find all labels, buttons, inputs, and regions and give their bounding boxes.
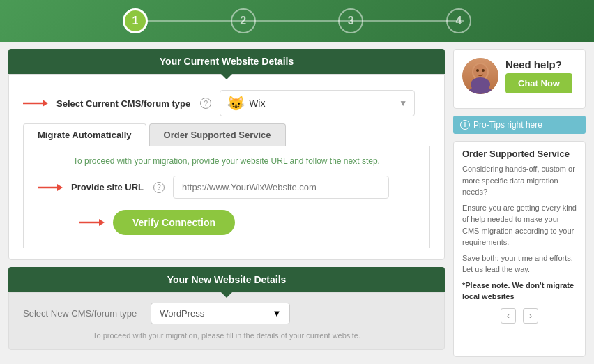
arrow-indicator (23, 98, 48, 109)
step-1[interactable]: 1 (123, 8, 148, 33)
pro-tips-info-icon: i (460, 120, 470, 130)
order-service-p1: Considering hands-off, custom or more sp… (462, 163, 577, 198)
tab-order-supported[interactable]: Order Supported Service (149, 123, 286, 146)
wix-label: Wix (249, 98, 265, 109)
right-panel: Need help? Chat Now i Pro-Tips right her… (453, 49, 586, 357)
current-website-header: Your Current Website Details (8, 49, 445, 74)
pro-tips-label: Pro-Tips right here (473, 120, 542, 130)
need-help-text: Need help? (505, 59, 572, 70)
order-service-box: Order Supported Service Considering hand… (453, 141, 586, 357)
new-website-body: Select New CMS/forum type WordPress ▼ To… (8, 292, 445, 350)
avatar-face (462, 58, 498, 94)
step-4[interactable]: 4 (446, 8, 471, 33)
new-website-section: Your New Website Details Select New CMS/… (8, 267, 445, 350)
url-arrow-indicator (38, 182, 63, 193)
svg-marker-1 (43, 100, 48, 107)
new-cms-label: Select New CMS/forum type (23, 308, 137, 319)
new-cms-row: Select New CMS/forum type WordPress ▼ (23, 303, 430, 324)
order-service-note: *Please note. We don't migrate local web… (462, 280, 577, 303)
avatar-area: Need help? Chat Now (462, 58, 577, 94)
left-panel: Your Current Website Details Select Curr… (8, 49, 445, 357)
cms-select-row: Select Current CMS/forum type ? 😺 Wix ▼ (23, 90, 430, 116)
stepper-line (130, 20, 464, 22)
migration-box: To proceed with your migration, provide … (23, 146, 430, 248)
next-arrow-button[interactable]: › (523, 308, 538, 324)
tab-migrate-auto[interactable]: Migrate Automatically (23, 123, 146, 146)
stepper: 1 2 3 4 (0, 0, 594, 42)
new-cms-dropdown[interactable]: WordPress ▼ (151, 303, 290, 324)
avatar (462, 58, 498, 94)
current-website-body: Select Current CMS/forum type ? 😺 Wix ▼ … (8, 74, 445, 260)
wp-dropdown-arrow-icon: ▼ (272, 308, 281, 319)
dropdown-arrow-icon: ▼ (399, 98, 407, 108)
order-service-title: Order Supported Service (462, 149, 577, 159)
svg-marker-3 (57, 184, 63, 191)
svg-point-7 (473, 64, 487, 79)
help-box: Need help? Chat Now (453, 49, 586, 109)
help-text-area: Need help? Chat Now (505, 59, 572, 93)
current-website-section: Your Current Website Details Select Curr… (8, 49, 445, 260)
url-input[interactable] (173, 176, 389, 199)
order-service-p2: Ensure you are getting every kind of hel… (462, 202, 577, 248)
verify-connection-button[interactable]: Verify Connection (113, 210, 235, 235)
step-2[interactable]: 2 (231, 8, 256, 33)
svg-marker-5 (99, 219, 105, 226)
cms-help-icon[interactable]: ? (200, 98, 211, 109)
url-help-icon[interactable]: ? (153, 182, 165, 193)
main-layout: Your Current Website Details Select Curr… (0, 42, 594, 364)
url-row: Provide site URL ? (38, 176, 416, 199)
prev-arrow-button[interactable]: ‹ (501, 308, 516, 324)
svg-point-9 (482, 69, 485, 72)
migration-info: To proceed with your migration, provide … (38, 156, 416, 166)
new-site-note: To proceed with your migration, please f… (23, 331, 430, 340)
tabs-row: Migrate Automatically Order Supported Se… (23, 123, 430, 146)
step-3[interactable]: 3 (338, 8, 363, 33)
verify-row: Verify Connection (38, 210, 416, 235)
cms-dropdown[interactable]: 😺 Wix ▼ (220, 90, 415, 116)
wix-logo-area: 😺 Wix (227, 95, 265, 112)
wix-emoji: 😺 (227, 95, 245, 112)
new-website-header: Your New Website Details (8, 267, 445, 292)
chat-now-button[interactable]: Chat Now (505, 73, 572, 93)
wordpress-label: WordPress (160, 308, 204, 319)
pro-tips-bar: i Pro-Tips right here (453, 116, 586, 134)
svg-point-8 (476, 69, 479, 72)
order-service-p3: Save both: your time and efforts. Let us… (462, 252, 577, 275)
url-label: Provide site URL (71, 182, 144, 192)
verify-arrow-indicator (79, 217, 105, 228)
nav-arrows: ‹ › (462, 308, 577, 324)
cms-select-label: Select Current CMS/forum type (56, 98, 190, 109)
